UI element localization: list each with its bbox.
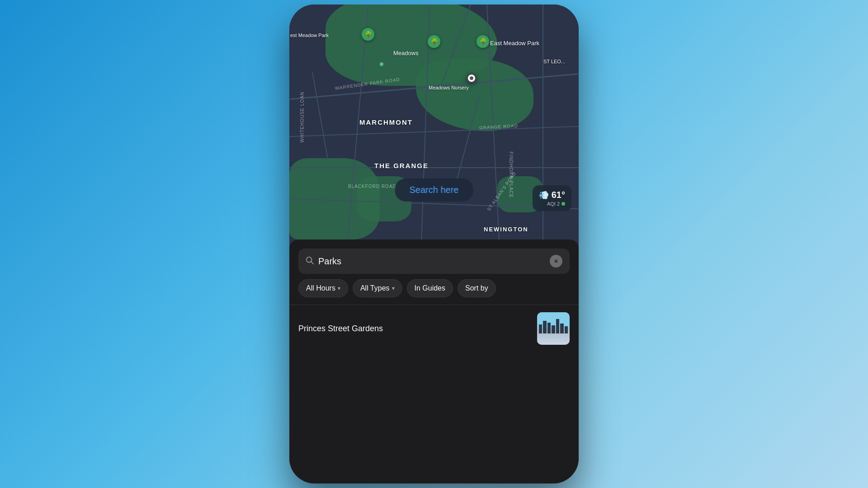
sort-by-label: Sort by <box>465 284 488 292</box>
search-input-value[interactable]: Parks <box>318 256 545 267</box>
weather-icon: 💨 <box>539 190 549 200</box>
west-meadow-pin[interactable]: 🌳 <box>362 28 374 41</box>
meadows-pin[interactable]: 🌳 <box>428 35 440 48</box>
search-bar[interactable]: Parks × <box>298 249 570 274</box>
marchmont-label: MARCHMONT <box>359 118 413 126</box>
thumb-building-7 <box>565 326 568 333</box>
all-types-label: All Types <box>360 284 390 292</box>
road-v4 <box>542 5 543 249</box>
weather-widget: 💨 61° AQI 2 <box>533 185 571 211</box>
filter-all-types[interactable]: All Types ▾ <box>353 279 402 297</box>
east-meadow-pin[interactable]: 🌳 <box>476 35 489 48</box>
west-meadow-label: est Meadow Park <box>290 33 329 38</box>
thumb-buildings <box>537 319 570 333</box>
bottom-sheet: Parks × All Hours ▾ All Types ▾ In Guide… <box>289 239 579 483</box>
result-text: Princes Street Gardens <box>298 324 531 333</box>
result-thumbnail <box>537 312 570 345</box>
weather-top: 💨 61° <box>539 190 565 200</box>
newington-label: NEWINGTON <box>484 226 528 233</box>
aqi-label: AQI 2 <box>547 201 560 206</box>
all-hours-label: All Hours <box>306 284 335 292</box>
aqi-dot <box>561 202 565 206</box>
thumb-image <box>537 312 570 345</box>
all-hours-chevron-icon: ▾ <box>338 285 340 291</box>
filter-all-hours[interactable]: All Hours ▾ <box>298 279 348 297</box>
search-here-button[interactable]: Search here <box>395 178 473 202</box>
result-item-princes-street[interactable]: Princes Street Gardens <box>289 305 579 352</box>
map-area[interactable]: WARRENDER PARK ROAD GRANGE ROAD BLACKFOR… <box>289 5 579 249</box>
user-location <box>467 73 476 83</box>
east-meadow-label: East Meadow Park <box>490 40 539 47</box>
phone-device: WARRENDER PARK ROAD GRANGE ROAD BLACKFOR… <box>289 5 579 483</box>
thumb-building-5 <box>556 319 559 333</box>
road-label-blackford: BLACKFORD ROAD <box>348 184 396 189</box>
search-bar-container: Parks × <box>289 239 579 279</box>
search-icon <box>306 256 314 267</box>
in-guides-label: In Guides <box>415 284 445 292</box>
svg-line-1 <box>311 262 313 264</box>
thumb-building-3 <box>547 323 551 333</box>
small-location-dot <box>380 62 383 66</box>
st-leo-label: ST LEO... <box>543 59 565 64</box>
road-label-whitehouse: WHITEHOUSE LOAN <box>300 92 305 143</box>
thumb-building-4 <box>552 325 555 333</box>
road-h3 <box>289 167 579 168</box>
filter-chips: All Hours ▾ All Types ▾ In Guides Sort b… <box>289 279 579 305</box>
the-grange-label: THE GRANGE <box>374 162 429 169</box>
weather-temp: 61° <box>552 190 565 200</box>
result-name: Princes Street Gardens <box>298 324 531 333</box>
weather-aqi: AQI 2 <box>547 201 565 206</box>
filter-sort-by[interactable]: Sort by <box>458 279 496 297</box>
thumb-building-6 <box>560 324 563 333</box>
thumb-building-1 <box>539 324 542 333</box>
meadows-nursery-label: Meadows Nursery <box>429 85 469 90</box>
phone-screen: WARRENDER PARK ROAD GRANGE ROAD BLACKFOR… <box>289 5 579 483</box>
filter-in-guides[interactable]: In Guides <box>407 279 453 297</box>
thumb-building-2 <box>543 321 546 333</box>
all-types-chevron-icon: ▾ <box>392 285 395 291</box>
clear-search-button[interactable]: × <box>550 255 562 267</box>
meadows-label: Meadows <box>393 50 419 56</box>
